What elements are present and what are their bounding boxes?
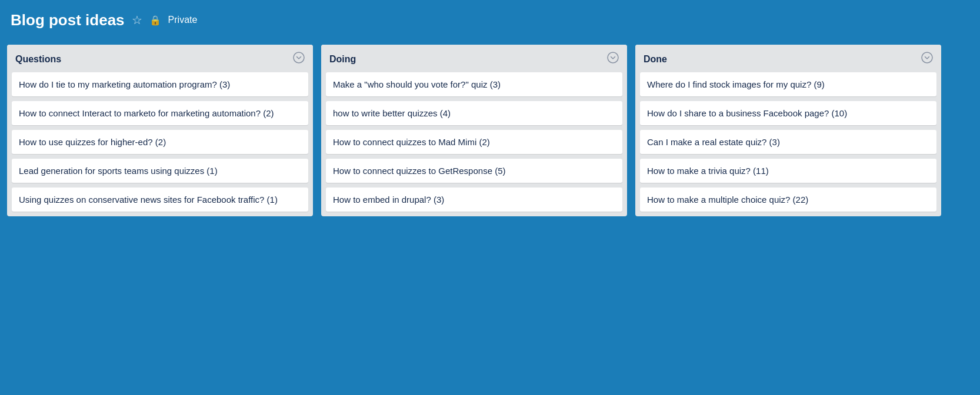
column-menu-icon-done[interactable] <box>921 52 933 66</box>
board-body: QuestionsHow do I tie to my marketing au… <box>0 40 980 395</box>
card[interactable]: how to write better quizzes (4) <box>326 101 622 125</box>
board-title: Blog post ideas <box>11 11 125 29</box>
column-menu-icon-questions[interactable] <box>293 52 305 66</box>
card[interactable]: How to use quizzes for higher-ed? (2) <box>12 130 308 154</box>
card[interactable]: Make a "who should you vote for?" quiz (… <box>326 72 622 96</box>
card[interactable]: How to make a multiple choice quiz? (22) <box>640 188 936 212</box>
star-icon[interactable]: ☆ <box>132 13 142 27</box>
column-header-questions: Questions <box>7 45 313 72</box>
card[interactable]: Where do I find stock images for my quiz… <box>640 72 936 96</box>
column-title-questions: Questions <box>15 54 61 65</box>
column-doing: DoingMake a "who should you vote for?" q… <box>321 45 627 216</box>
lock-icon: 🔒 <box>149 15 161 26</box>
column-header-done: Done <box>635 45 941 72</box>
column-questions: QuestionsHow do I tie to my marketing au… <box>7 45 313 216</box>
card[interactable]: How to connect quizzes to GetResponse (5… <box>326 159 622 183</box>
column-header-doing: Doing <box>321 45 627 72</box>
card[interactable]: Can I make a real estate quiz? (3) <box>640 130 936 154</box>
card[interactable]: How do I share to a business Facebook pa… <box>640 101 936 125</box>
card[interactable]: How do I tie to my marketing automation … <box>12 72 308 96</box>
card[interactable]: How to connect Interact to marketo for m… <box>12 101 308 125</box>
cards-container-questions: How do I tie to my marketing automation … <box>7 72 313 216</box>
private-label: Private <box>168 15 198 25</box>
card[interactable]: How to connect quizzes to Mad Mimi (2) <box>326 130 622 154</box>
board-header: Blog post ideas ☆ 🔒 Private <box>0 0 980 40</box>
card[interactable]: Lead generation for sports teams using q… <box>12 159 308 183</box>
column-title-doing: Doing <box>329 54 356 65</box>
svg-point-2 <box>922 52 932 63</box>
cards-container-done: Where do I find stock images for my quiz… <box>635 72 941 216</box>
column-title-done: Done <box>644 54 667 65</box>
column-done: DoneWhere do I find stock images for my … <box>635 45 941 216</box>
card[interactable]: How to make a trivia quiz? (11) <box>640 159 936 183</box>
card[interactable]: How to embed in drupal? (3) <box>326 188 622 212</box>
svg-point-0 <box>294 52 304 63</box>
cards-container-doing: Make a "who should you vote for?" quiz (… <box>321 72 627 216</box>
svg-point-1 <box>608 52 618 63</box>
column-menu-icon-doing[interactable] <box>607 52 619 66</box>
card[interactable]: Using quizzes on conservative news sites… <box>12 188 308 212</box>
